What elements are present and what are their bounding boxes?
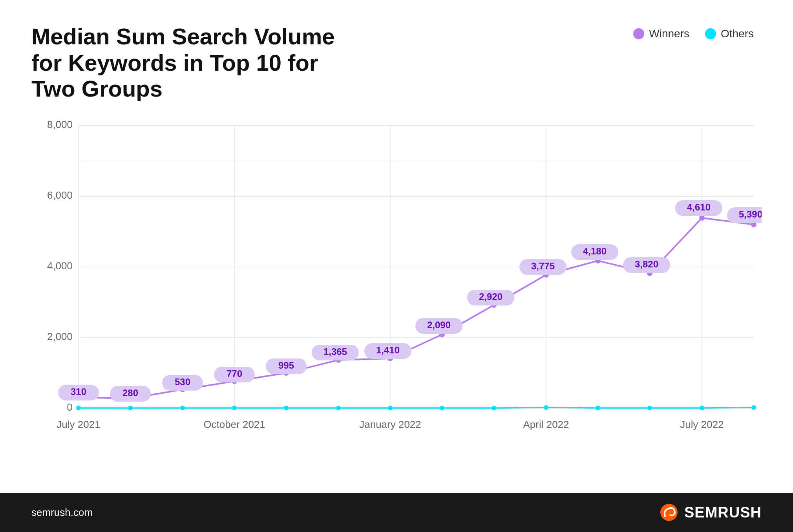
svg-point-44 (440, 406, 444, 410)
svg-text:5,390: 5,390 (739, 209, 762, 219)
svg-point-42 (336, 406, 341, 410)
svg-point-46 (544, 405, 548, 410)
winners-dot-icon (633, 28, 644, 39)
svg-point-47 (596, 406, 600, 410)
svg-point-39 (180, 406, 185, 410)
svg-text:4,000: 4,000 (47, 260, 73, 272)
chart-legend: Winners Others (633, 27, 754, 40)
svg-point-45 (492, 406, 496, 410)
svg-point-40 (232, 406, 237, 410)
svg-point-37 (76, 406, 81, 410)
svg-point-50 (751, 405, 756, 410)
svg-text:530: 530 (175, 377, 190, 387)
svg-text:January 2022: January 2022 (359, 419, 421, 430)
svg-text:July 2022: July 2022 (680, 419, 724, 430)
semrush-logo: SEMRUSH (659, 503, 762, 522)
legend-others: Others (705, 27, 754, 40)
svg-text:July 2021: July 2021 (57, 419, 100, 430)
semrush-icon (659, 503, 679, 522)
svg-text:3,820: 3,820 (635, 259, 658, 269)
svg-text:October 2021: October 2021 (203, 419, 265, 430)
svg-text:4,180: 4,180 (583, 246, 607, 256)
svg-text:1,410: 1,410 (376, 345, 400, 355)
winners-label: Winners (649, 27, 689, 40)
svg-point-35 (699, 215, 705, 221)
svg-text:995: 995 (278, 360, 294, 371)
svg-text:April 2022: April 2022 (523, 419, 569, 430)
svg-text:2,000: 2,000 (47, 331, 73, 342)
svg-point-38 (128, 406, 133, 410)
footer-url: semrush.com (31, 506, 93, 519)
svg-text:2,920: 2,920 (479, 291, 502, 302)
svg-text:0: 0 (67, 401, 73, 413)
svg-point-41 (284, 406, 289, 410)
svg-text:2,090: 2,090 (427, 320, 451, 330)
chart-title: Median Sum Search Volume for Keywords in… (31, 24, 345, 102)
legend-winners: Winners (633, 27, 689, 40)
svg-text:8,000: 8,000 (47, 119, 73, 130)
svg-text:310: 310 (71, 386, 86, 397)
footer: semrush.com SEMRUSH (0, 493, 793, 532)
svg-text:6,000: 6,000 (47, 189, 73, 201)
svg-text:770: 770 (227, 368, 242, 379)
svg-text:1,365: 1,365 (323, 346, 347, 357)
others-dot-icon (705, 28, 716, 39)
main-content: Median Sum Search Volume for Keywords in… (0, 0, 793, 493)
chart-area: 8,000 6,000 4,000 2,000 0 July 2021 Octo… (31, 118, 762, 455)
svg-point-48 (647, 406, 652, 410)
others-label: Others (721, 27, 754, 40)
svg-point-49 (700, 406, 704, 410)
semrush-brand-text: SEMRUSH (684, 504, 762, 521)
svg-point-43 (388, 406, 393, 410)
chart-svg: 8,000 6,000 4,000 2,000 0 July 2021 Octo… (31, 118, 762, 455)
svg-text:280: 280 (122, 388, 138, 398)
svg-text:4,610: 4,610 (687, 202, 711, 212)
svg-text:3,775: 3,775 (531, 261, 555, 271)
